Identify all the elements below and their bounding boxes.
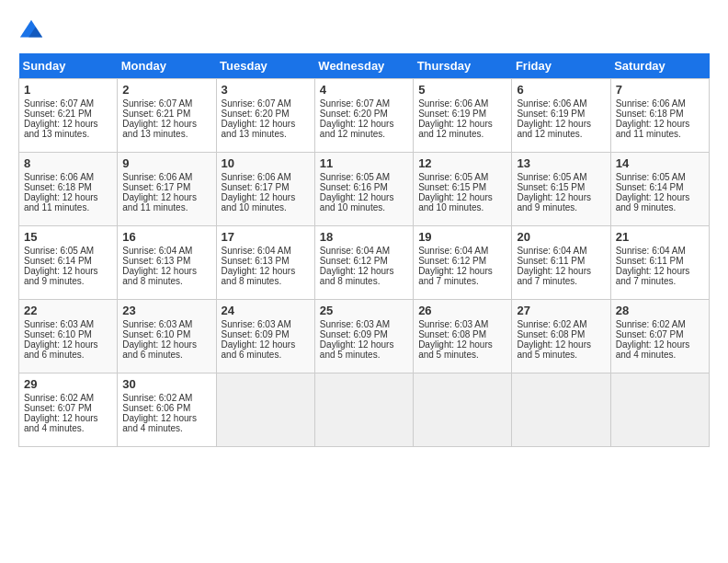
col-header-wednesday: Wednesday (314, 53, 413, 79)
cell-line: Sunset: 6:19 PM (517, 109, 605, 119)
cell-line: and 4 minutes. (24, 423, 112, 433)
cell-line: Sunrise: 6:03 AM (320, 319, 408, 329)
day-number: 25 (320, 304, 408, 317)
cell-line: and 9 minutes. (616, 202, 704, 213)
calendar-cell: 25Sunrise: 6:03 AMSunset: 6:09 PMDayligh… (314, 300, 413, 373)
cell-line: and 6 minutes. (222, 350, 310, 360)
cell-line: Sunrise: 6:05 AM (418, 172, 506, 182)
cell-line: Sunset: 6:17 PM (222, 182, 310, 192)
calendar-cell: 19Sunrise: 6:04 AMSunset: 6:12 PMDayligh… (414, 226, 512, 300)
day-number: 7 (616, 83, 704, 97)
cell-line: Sunset: 6:12 PM (320, 256, 408, 266)
cell-line: and 12 minutes. (320, 129, 408, 139)
cell-line: Sunset: 6:09 PM (222, 329, 310, 339)
calendar-cell: 6Sunrise: 6:06 AMSunset: 6:19 PMDaylight… (512, 79, 610, 153)
cell-line: Sunrise: 6:06 AM (616, 98, 704, 109)
calendar-cell (414, 373, 512, 447)
cell-line: Daylight: 12 hours (24, 119, 112, 129)
cell-line: and 13 minutes. (24, 129, 112, 139)
cell-line: Sunset: 6:18 PM (616, 109, 704, 119)
cell-line: Daylight: 12 hours (122, 119, 210, 129)
cell-line: Sunset: 6:17 PM (122, 182, 210, 192)
cell-line: Sunset: 6:08 PM (517, 329, 605, 339)
cell-line: Sunrise: 6:04 AM (320, 246, 408, 256)
cell-line: Sunrise: 6:04 AM (616, 246, 704, 256)
cell-line: Sunrise: 6:03 AM (122, 319, 210, 329)
calendar-cell: 2Sunrise: 6:07 AMSunset: 6:21 PMDaylight… (118, 79, 216, 153)
cell-line: and 4 minutes. (616, 350, 704, 360)
col-header-tuesday: Tuesday (216, 53, 314, 79)
cell-line: and 6 minutes. (24, 350, 112, 360)
day-number: 20 (517, 230, 605, 244)
cell-line: Daylight: 12 hours (517, 119, 605, 129)
cell-line: Sunrise: 6:04 AM (122, 246, 210, 256)
day-number: 4 (320, 83, 408, 97)
calendar-cell: 16Sunrise: 6:04 AMSunset: 6:13 PMDayligh… (118, 226, 216, 300)
day-number: 19 (418, 230, 506, 244)
logo-icon (18, 18, 44, 44)
cell-line: Daylight: 12 hours (320, 119, 408, 129)
cell-line: and 12 minutes. (517, 129, 605, 139)
calendar-cell: 21Sunrise: 6:04 AMSunset: 6:11 PMDayligh… (610, 226, 709, 300)
calendar-cell: 24Sunrise: 6:03 AMSunset: 6:09 PMDayligh… (216, 300, 314, 373)
cell-line: and 8 minutes. (320, 276, 408, 286)
calendar-cell: 5Sunrise: 6:06 AMSunset: 6:19 PMDaylight… (414, 79, 512, 153)
cell-line: Sunrise: 6:02 AM (122, 393, 210, 403)
cell-line: Sunrise: 6:02 AM (24, 393, 112, 403)
day-number: 6 (517, 83, 605, 97)
cell-line: and 8 minutes. (222, 276, 310, 286)
day-number: 24 (222, 304, 310, 317)
cell-line: Sunrise: 6:07 AM (122, 98, 210, 109)
day-number: 3 (222, 83, 310, 97)
cell-line: and 7 minutes. (517, 276, 605, 286)
cell-line: Sunset: 6:11 PM (616, 256, 704, 266)
calendar-cell (216, 373, 314, 447)
day-number: 9 (122, 156, 210, 170)
day-number: 8 (24, 156, 112, 170)
calendar-cell (314, 373, 413, 447)
week-row-4: 22Sunrise: 6:03 AMSunset: 6:10 PMDayligh… (19, 300, 710, 373)
cell-line: and 13 minutes. (122, 129, 210, 139)
cell-line: Sunrise: 6:06 AM (517, 98, 605, 109)
cell-line: Daylight: 12 hours (320, 339, 408, 350)
cell-line: and 9 minutes. (517, 202, 605, 213)
day-number: 12 (418, 156, 506, 170)
cell-line: and 10 minutes. (418, 202, 506, 213)
day-number: 21 (616, 230, 704, 244)
cell-line: Daylight: 12 hours (418, 119, 506, 129)
cell-line: Sunset: 6:20 PM (222, 109, 310, 119)
cell-line: and 11 minutes. (24, 202, 112, 213)
day-number: 23 (122, 304, 210, 317)
cell-line: Sunset: 6:21 PM (122, 109, 210, 119)
cell-line: Daylight: 12 hours (517, 266, 605, 276)
cell-line: Daylight: 12 hours (24, 192, 112, 202)
page-header (18, 18, 710, 44)
cell-line: Daylight: 12 hours (320, 266, 408, 276)
day-number: 29 (24, 377, 112, 391)
cell-line: Sunset: 6:09 PM (320, 329, 408, 339)
cell-line: Sunrise: 6:07 AM (24, 98, 112, 109)
cell-line: Daylight: 12 hours (517, 192, 605, 202)
calendar-cell: 7Sunrise: 6:06 AMSunset: 6:18 PMDaylight… (610, 79, 709, 153)
calendar-table: SundayMondayTuesdayWednesdayThursdayFrid… (18, 53, 710, 447)
cell-line: Sunset: 6:18 PM (24, 182, 112, 192)
cell-line: Sunset: 6:12 PM (418, 256, 506, 266)
cell-line: Sunrise: 6:03 AM (24, 319, 112, 329)
cell-line: Daylight: 12 hours (222, 119, 310, 129)
week-row-5: 29Sunrise: 6:02 AMSunset: 6:07 PMDayligh… (19, 373, 710, 447)
day-number: 11 (320, 156, 408, 170)
cell-line: Daylight: 12 hours (418, 339, 506, 350)
cell-line: and 9 minutes. (24, 276, 112, 286)
day-number: 17 (222, 230, 310, 244)
cell-line: and 10 minutes. (222, 202, 310, 213)
cell-line: and 11 minutes. (616, 129, 704, 139)
cell-line: Daylight: 12 hours (320, 192, 408, 202)
day-number: 14 (616, 156, 704, 170)
cell-line: Daylight: 12 hours (122, 266, 210, 276)
week-row-3: 15Sunrise: 6:05 AMSunset: 6:14 PMDayligh… (19, 226, 710, 300)
logo (18, 18, 48, 44)
day-number: 26 (418, 304, 506, 317)
calendar-cell: 15Sunrise: 6:05 AMSunset: 6:14 PMDayligh… (19, 226, 118, 300)
day-number: 16 (122, 230, 210, 244)
col-header-sunday: Sunday (19, 53, 118, 79)
